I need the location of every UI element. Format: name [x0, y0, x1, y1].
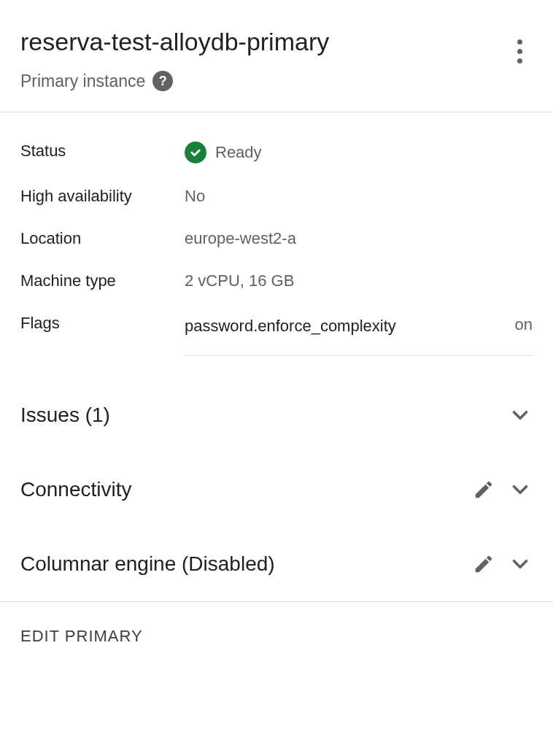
check-circle-icon — [185, 142, 206, 163]
machine-value: 2 vCPU, 16 GB — [185, 271, 533, 290]
edit-icon[interactable] — [473, 479, 495, 501]
chevron-down-icon[interactable] — [508, 403, 533, 428]
flags-row: Flags password.enforce_complexity on — [20, 314, 533, 356]
instance-header: reserva-test-alloydb-primary Primary ins… — [0, 0, 553, 112]
details-panel: Status Ready High availability No Locati… — [0, 112, 553, 378]
connectivity-section[interactable]: Connectivity — [0, 452, 553, 527]
machine-row: Machine type 2 vCPU, 16 GB — [20, 271, 533, 290]
edit-icon[interactable] — [473, 553, 495, 575]
issues-title: Issues (1) — [20, 404, 110, 427]
more-options-button[interactable] — [513, 35, 527, 68]
status-row: Status Ready — [20, 142, 533, 163]
columnar-title: Columnar engine (Disabled) — [20, 552, 275, 576]
ha-row: High availability No — [20, 187, 533, 206]
instance-title: reserva-test-alloydb-primary — [20, 28, 533, 56]
columnar-section[interactable]: Columnar engine (Disabled) — [0, 527, 553, 601]
flags-label: Flags — [20, 314, 185, 333]
help-icon[interactable]: ? — [152, 71, 173, 91]
machine-label: Machine type — [20, 271, 185, 290]
status-label: Status — [20, 142, 185, 161]
connectivity-title: Connectivity — [20, 478, 132, 501]
status-text: Ready — [215, 143, 262, 162]
edit-primary-button[interactable]: EDIT PRIMARY — [20, 627, 143, 645]
location-label: Location — [20, 229, 185, 248]
instance-type-label: Primary instance — [20, 72, 145, 91]
flag-value: on — [515, 314, 533, 334]
location-value: europe-west2-a — [185, 229, 533, 248]
status-value: Ready — [185, 142, 533, 163]
ha-label: High availability — [20, 187, 185, 206]
chevron-down-icon[interactable] — [508, 477, 533, 502]
chevron-down-icon[interactable] — [508, 552, 533, 576]
flag-entry: password.enforce_complexity on — [185, 314, 533, 356]
subtitle-row: Primary instance ? — [20, 71, 533, 91]
location-row: Location europe-west2-a — [20, 229, 533, 248]
footer: EDIT PRIMARY — [0, 602, 553, 671]
ha-value: No — [185, 187, 533, 206]
issues-section[interactable]: Issues (1) — [0, 378, 553, 452]
flag-name: password.enforce_complexity — [185, 314, 396, 338]
